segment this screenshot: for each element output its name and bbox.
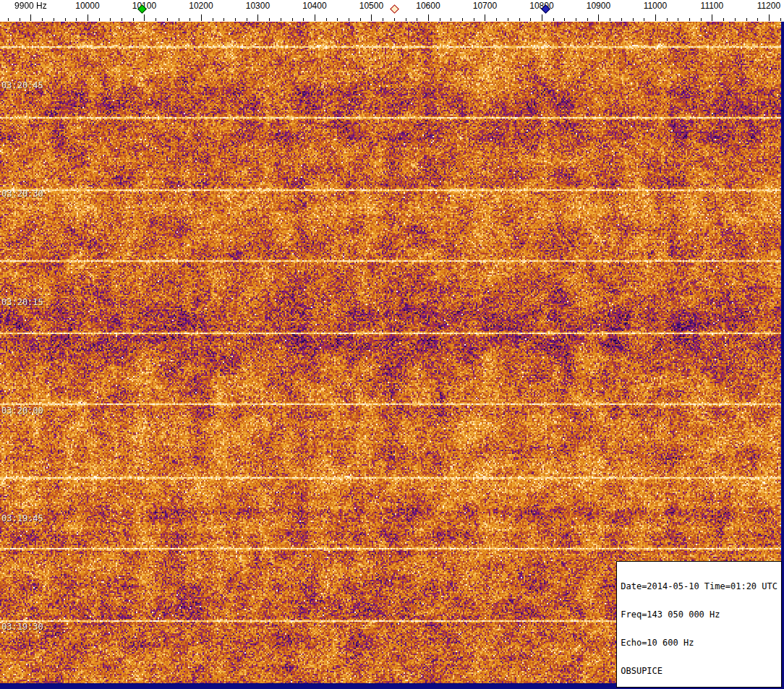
info-frequency: Freq=143 050 000 Hz <box>621 610 777 620</box>
freq-tick-minor <box>417 18 417 21</box>
freq-tick-major <box>371 14 372 21</box>
freq-tick-minor <box>281 18 281 21</box>
freq-label: 11200 <box>757 1 780 11</box>
freq-tick-minor <box>451 18 451 21</box>
freq-tick-major <box>88 14 88 21</box>
freq-tick-minor <box>746 18 747 21</box>
freq-tick-minor <box>678 18 678 21</box>
freq-label: 10500 <box>359 1 383 11</box>
time-label: 03:20:15 <box>1 297 43 307</box>
freq-tick-minor <box>519 18 520 21</box>
freq-tick-minor <box>689 18 690 21</box>
freq-tick-minor <box>394 18 395 21</box>
freq-tick-minor <box>326 18 327 21</box>
freq-label: 11000 <box>644 1 667 11</box>
freq-tick-minor <box>8 18 9 21</box>
info-date-time: Date=2014-05-10 Time=01:20 UTC <box>621 582 777 591</box>
freq-tick-major <box>769 14 770 21</box>
freq-tick-minor <box>462 18 463 21</box>
freq-tick-minor <box>189 18 190 21</box>
freq-tick-minor <box>474 18 474 21</box>
freq-tick-minor <box>20 18 20 21</box>
time-label: 03:20:45 <box>1 80 43 90</box>
freq-tick-minor <box>167 18 168 21</box>
freq-tick-minor <box>780 18 781 21</box>
freq-label: 10700 <box>473 1 497 11</box>
freq-tick-minor <box>723 18 724 21</box>
freq-tick-minor <box>757 18 758 21</box>
freq-tick-minor <box>406 18 406 21</box>
freq-tick-major <box>542 14 542 21</box>
freq-tick-minor <box>110 18 111 21</box>
app-root: { "chart_data": { "type": "heatmap", "su… <box>0 0 784 689</box>
info-station: OBSUPICE <box>621 667 777 676</box>
freq-label: 11100 <box>701 1 724 11</box>
freq-tick-minor <box>610 18 610 21</box>
freq-tick-minor <box>213 18 213 21</box>
time-label: 03:20:30 <box>1 189 43 199</box>
freq-tick-minor <box>496 18 497 21</box>
freq-tick-minor <box>633 18 634 21</box>
freq-label: 10400 <box>302 1 326 11</box>
freq-label: 10000 <box>75 1 99 11</box>
freq-tick-major <box>655 14 656 21</box>
freq-tick-major <box>428 14 429 21</box>
freq-tick-minor <box>587 18 588 21</box>
freq-tick-minor <box>133 18 134 21</box>
freq-tick-minor <box>54 18 54 21</box>
freq-tick-major <box>485 14 485 21</box>
freq-label: 10200 <box>189 1 213 11</box>
freq-tick-minor <box>349 18 349 21</box>
info-box: Date=2014-05-10 Time=01:20 UTC Freq=143 … <box>616 561 782 688</box>
freq-tick-minor <box>735 18 736 21</box>
freq-tick-minor <box>621 18 622 21</box>
freq-tick-minor <box>508 18 508 21</box>
freq-tick-minor <box>360 18 361 21</box>
freq-tick-minor <box>576 18 576 21</box>
freq-tick-minor <box>122 18 122 21</box>
freq-tick-major <box>598 14 599 21</box>
freq-tick-minor <box>530 18 531 21</box>
freq-tick-minor <box>247 18 247 21</box>
time-label: 03:19:30 <box>1 622 43 632</box>
freq-tick-major <box>257 14 258 21</box>
marker-red-diamond[interactable] <box>390 4 399 14</box>
freq-tick-minor <box>155 18 156 21</box>
freq-tick-minor <box>383 18 383 21</box>
freq-tick-minor <box>337 18 338 21</box>
freq-label: 10900 <box>587 1 610 11</box>
time-label: 03:19:45 <box>1 513 43 523</box>
freq-label: 10300 <box>246 1 270 11</box>
freq-tick-minor <box>42 18 43 21</box>
freq-tick-minor <box>303 18 304 21</box>
freq-tick-minor <box>179 18 179 21</box>
freq-tick-minor <box>292 18 293 21</box>
info-echo: Echo=10 600 Hz <box>621 638 777 648</box>
freq-label: 10600 <box>416 1 440 11</box>
freq-tick-major <box>144 14 145 21</box>
freq-tick-major <box>201 14 202 21</box>
freq-tick-minor <box>223 18 224 21</box>
freq-tick-minor <box>440 18 440 21</box>
frequency-axis: 9900 Hz100001010010200103001040010500106… <box>0 0 784 22</box>
freq-tick-minor <box>667 18 668 21</box>
freq-tick-minor <box>553 18 554 21</box>
freq-tick-minor <box>269 18 270 21</box>
freq-tick-minor <box>65 18 66 21</box>
freq-tick-minor <box>644 18 644 21</box>
freq-tick-minor <box>564 18 565 21</box>
freq-tick-minor <box>99 18 100 21</box>
freq-tick-major <box>315 14 315 21</box>
freq-tick-minor <box>76 18 77 21</box>
freq-label: 9900 Hz <box>14 1 47 11</box>
freq-tick-major <box>30 14 31 21</box>
freq-tick-minor <box>235 18 236 21</box>
freq-tick-minor <box>701 18 702 21</box>
freq-tick-major <box>712 14 712 21</box>
time-label: 03:20:00 <box>1 406 43 416</box>
